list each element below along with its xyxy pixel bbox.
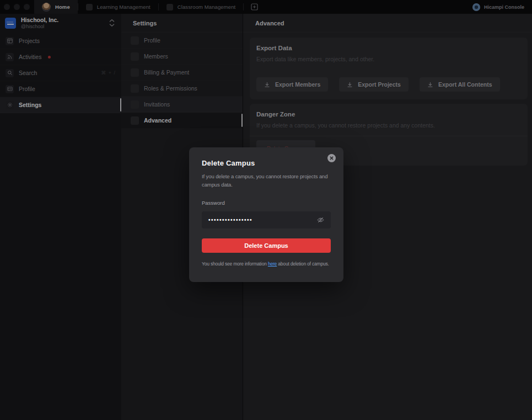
footer-text-after: about deletion of campus. [277, 261, 329, 267]
footer-text-before: You should see more information [202, 261, 268, 267]
modal-description: If you delete a campus, you cannot resto… [202, 172, 331, 189]
delete-campus-button[interactable]: Delete Campus [202, 238, 331, 253]
password-input[interactable]: •••••••••••••••• [202, 211, 331, 228]
app-window: Home Learning Management Classroom Manag… [0, 0, 532, 420]
modal-title: Delete Campus [202, 159, 331, 167]
password-masked-value: •••••••••••••••• [208, 217, 317, 223]
eye-off-icon[interactable] [317, 216, 324, 224]
modal-footer-note: You should see more information here abo… [202, 261, 331, 267]
delete-campus-modal: Delete Campus If you delete a campus, yo… [189, 147, 343, 282]
more-info-link[interactable]: here [268, 261, 277, 267]
close-icon [330, 156, 334, 160]
password-label: Password [202, 200, 331, 206]
modal-close-button[interactable] [327, 154, 336, 162]
